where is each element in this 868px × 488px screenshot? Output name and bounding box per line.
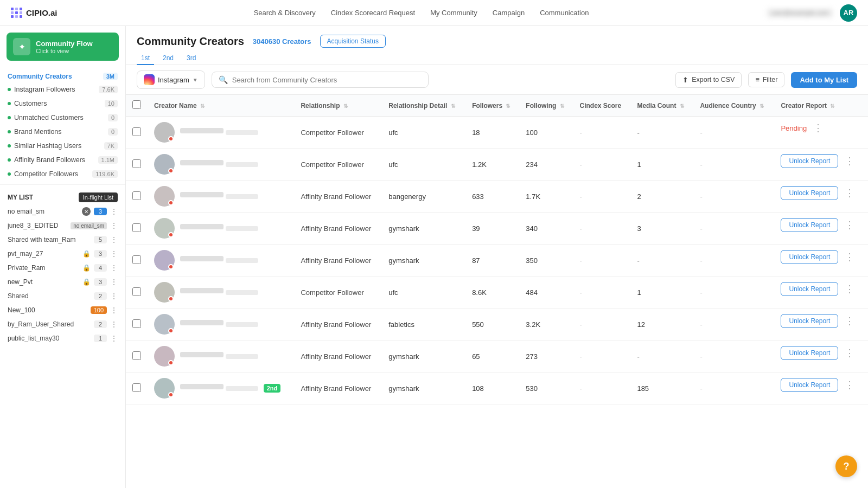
media-cell: 12 bbox=[630, 309, 693, 341]
table-header: Creator Name ⇅ Relationship ⇅ Relationsh… bbox=[126, 95, 868, 117]
row-more-button[interactable]: ⋮ bbox=[811, 122, 825, 134]
unlock-report-button[interactable]: Unlock Report bbox=[781, 186, 838, 200]
row-checkbox[interactable] bbox=[132, 383, 141, 392]
row-more-button[interactable]: ⋮ bbox=[843, 219, 857, 231]
row-more-button[interactable]: ⋮ bbox=[843, 155, 857, 167]
relationship-text: Affinity Brand Follower bbox=[301, 352, 371, 361]
logo-dot bbox=[11, 15, 14, 18]
unlock-report-button[interactable]: Unlock Report bbox=[781, 154, 838, 168]
row-checkbox[interactable] bbox=[132, 351, 141, 360]
following-value: 100 bbox=[526, 129, 538, 137]
list-item-count: 3 bbox=[94, 278, 107, 286]
sidebar-item[interactable]: Unmatched Customers 0 bbox=[0, 111, 125, 125]
creator-handle-blurred bbox=[226, 258, 258, 263]
following-cell: 234 bbox=[519, 149, 573, 181]
report-cell: Unlock Report ⋮ bbox=[774, 213, 868, 237]
row-more-button[interactable]: ⋮ bbox=[843, 283, 857, 295]
unlock-report-button[interactable]: Unlock Report bbox=[781, 282, 838, 296]
list-item-more[interactable]: ⋮ bbox=[110, 221, 118, 230]
row-more-button[interactable]: ⋮ bbox=[843, 251, 857, 263]
export-csv-button[interactable]: ⬆ Export to CSV bbox=[675, 72, 742, 88]
unlock-report-button[interactable]: Unlock Report bbox=[781, 314, 838, 328]
list-item-more[interactable]: ⋮ bbox=[110, 306, 118, 314]
sidebar-item[interactable]: Similar Hashtag Users 7K bbox=[0, 139, 125, 153]
sidebar-item-count: 119.6K bbox=[92, 170, 118, 178]
row-checkbox[interactable] bbox=[132, 319, 141, 328]
cindex-value: - bbox=[580, 384, 582, 393]
detail-text: fabletics bbox=[388, 320, 414, 329]
table-row: Competitor Follower ufc 1.2K 234 - 1 - U… bbox=[126, 149, 868, 181]
sort-icon: ⇅ bbox=[560, 103, 564, 109]
unlock-report-button[interactable]: Unlock Report bbox=[781, 378, 838, 392]
creator-avatar bbox=[154, 314, 175, 335]
search-input[interactable] bbox=[232, 76, 422, 84]
list-item-more[interactable]: ⋮ bbox=[110, 292, 118, 300]
content-title-row: Community Creators 3040630 Creators Acqu… bbox=[137, 35, 857, 48]
logo[interactable]: CIPIO.ai bbox=[11, 8, 76, 18]
community-flow-title: Community Flow bbox=[36, 40, 93, 48]
list-item-more[interactable]: ⋮ bbox=[110, 334, 118, 343]
nav-cindex-scorecard[interactable]: Cindex Scorecard Request bbox=[331, 9, 415, 17]
row-checkbox[interactable] bbox=[132, 287, 141, 296]
row-more-button[interactable]: ⋮ bbox=[843, 347, 857, 359]
remove-icon[interactable]: ✕ bbox=[82, 207, 91, 216]
nav-my-community[interactable]: My Community bbox=[430, 9, 477, 17]
list-item[interactable]: Private_Ram 🔒 4 ⋮ bbox=[0, 261, 125, 275]
audience-cell: - bbox=[693, 277, 774, 309]
row-checkbox[interactable] bbox=[132, 255, 141, 264]
acquisition-status-button[interactable]: Acquisition Status bbox=[320, 35, 386, 48]
avatar[interactable]: AR bbox=[840, 4, 857, 22]
list-item-count: 2 bbox=[94, 320, 107, 328]
list-item[interactable]: Shared 2 ⋮ bbox=[0, 289, 125, 303]
sidebar-item[interactable]: Affinity Brand Followers 1.1M bbox=[0, 153, 125, 167]
list-item[interactable]: new_Pvt 🔒 3 ⋮ bbox=[0, 275, 125, 289]
following-value: 340 bbox=[526, 224, 538, 233]
list-item-more[interactable]: ⋮ bbox=[110, 235, 118, 244]
select-all-checkbox[interactable] bbox=[132, 100, 141, 109]
list-item[interactable]: june8_3_EDITED no email_sm ⋮ bbox=[0, 219, 125, 233]
row-checkbox[interactable] bbox=[132, 127, 141, 136]
filter-tab-3rd[interactable]: 3rd bbox=[182, 52, 200, 65]
creator-handle-blurred bbox=[226, 322, 258, 327]
list-item-more[interactable]: ⋮ bbox=[110, 278, 118, 286]
help-button[interactable]: ? bbox=[835, 455, 857, 477]
list-item[interactable]: Shared with team_Ram 5 ⋮ bbox=[0, 233, 125, 247]
cindex-value: - bbox=[580, 352, 582, 361]
list-item[interactable]: New_100 100 ⋮ bbox=[0, 303, 125, 317]
platform-select[interactable]: Instagram ▼ bbox=[137, 70, 205, 89]
community-flow-button[interactable]: ✦ Community Flow Click to view bbox=[7, 33, 119, 61]
filter-button[interactable]: ≡ Filter bbox=[748, 72, 784, 87]
sidebar-item[interactable]: Instagram Followers 7.6K bbox=[0, 82, 125, 97]
nav-campaign[interactable]: Campaign bbox=[493, 9, 525, 17]
add-to-list-button[interactable]: Add to My List bbox=[791, 72, 857, 88]
row-checkbox[interactable] bbox=[132, 159, 141, 168]
row-checkbox-cell bbox=[126, 213, 148, 245]
list-item-more[interactable]: ⋮ bbox=[110, 320, 118, 329]
sidebar-item[interactable]: Competitor Followers 119.6K bbox=[0, 167, 125, 181]
list-item[interactable]: by_Ram_User_Shared 2 ⋮ bbox=[0, 317, 125, 331]
row-checkbox[interactable] bbox=[132, 223, 141, 232]
filter-tab-2nd[interactable]: 2nd bbox=[158, 52, 178, 65]
filter-tab-1st[interactable]: 1st bbox=[137, 52, 154, 65]
list-item-more[interactable]: ⋮ bbox=[110, 249, 118, 258]
list-item-count: 1 bbox=[94, 335, 107, 342]
content-header: Community Creators 3040630 Creators Acqu… bbox=[126, 26, 868, 65]
list-item[interactable]: no email_sm ✕ 3 ⋮ bbox=[0, 204, 125, 219]
nav-search-discovery[interactable]: Search & Discovery bbox=[254, 9, 316, 17]
audience-value: - bbox=[700, 192, 702, 201]
sidebar-dot bbox=[8, 158, 11, 162]
list-item-more[interactable]: ⋮ bbox=[110, 264, 118, 272]
row-more-button[interactable]: ⋮ bbox=[843, 315, 857, 327]
row-more-button[interactable]: ⋮ bbox=[843, 379, 857, 391]
unlock-report-button[interactable]: Unlock Report bbox=[781, 346, 838, 360]
list-item[interactable]: pvt_may_27 🔒 3 ⋮ bbox=[0, 247, 125, 261]
list-item[interactable]: public_list_may30 1 ⋮ bbox=[0, 331, 125, 345]
row-more-button[interactable]: ⋮ bbox=[843, 187, 857, 199]
list-item-more[interactable]: ⋮ bbox=[110, 207, 118, 216]
unlock-report-button[interactable]: Unlock Report bbox=[781, 250, 838, 264]
row-checkbox[interactable] bbox=[132, 191, 141, 200]
nav-communication[interactable]: Communication bbox=[540, 9, 589, 17]
sidebar-item[interactable]: Brand Mentions 0 bbox=[0, 125, 125, 139]
unlock-report-button[interactable]: Unlock Report bbox=[781, 218, 838, 232]
sidebar-item[interactable]: Customers 10 bbox=[0, 97, 125, 111]
